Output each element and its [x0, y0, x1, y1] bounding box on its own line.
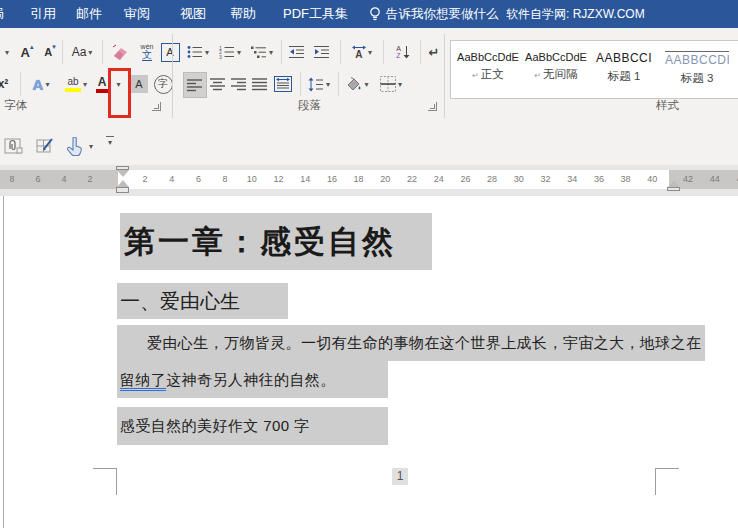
grow-font-button[interactable]: A▴	[16, 40, 38, 64]
increase-indent-button[interactable]	[311, 40, 333, 64]
paragraph-dialog-launcher[interactable]	[428, 102, 437, 111]
ruler-number: 4	[164, 174, 180, 184]
shading-button[interactable]	[342, 72, 372, 96]
justify-button[interactable]	[250, 72, 270, 96]
paint-bucket-icon	[345, 77, 362, 92]
clear-formatting-button[interactable]	[106, 40, 134, 64]
doc-heading1[interactable]: 第一章：感受自然	[120, 213, 432, 270]
style-no-spacing[interactable]: AaBbCcDdE ↵无间隔	[523, 41, 589, 98]
draw-table-tool-button[interactable]	[36, 136, 54, 156]
menu-tab-view[interactable]: 视图	[180, 0, 206, 28]
doc-heading2[interactable]: 一、爱由心生	[117, 283, 288, 319]
decrease-indent-button[interactable]	[286, 40, 308, 64]
return-mark-icon: ↵	[534, 71, 541, 80]
doc-paragraph2[interactable]: 感受自然的美好作文 700 字	[117, 407, 388, 445]
ruler-number: 6	[190, 174, 206, 184]
table-pencil-icon	[36, 137, 54, 155]
toolbar-overflow-button[interactable]	[106, 136, 114, 156]
menu-tab-pdf-tools[interactable]: PDF工具集	[283, 0, 348, 28]
ribbon: A▴ A▾ Aa wén 文 A x² A ab	[0, 28, 738, 123]
show-hide-marks-button[interactable]: ↵	[424, 40, 444, 64]
hand-pointer-icon	[66, 137, 83, 156]
eraser-icon	[110, 43, 130, 61]
text-effects-button[interactable]: A	[26, 72, 56, 96]
align-right-icon	[231, 77, 247, 91]
hanging-indent-marker[interactable]	[116, 180, 129, 193]
page-left-edge	[3, 196, 4, 528]
ruler-number: 34	[564, 174, 580, 184]
align-left-icon	[187, 78, 203, 92]
borders-grid-icon	[380, 76, 396, 92]
change-case-button[interactable]: Aa	[66, 40, 98, 64]
right-indent-marker[interactable]	[667, 180, 680, 191]
styles-group-label: 样式	[656, 98, 679, 113]
align-center-icon	[210, 77, 226, 91]
ruler-number: 24	[431, 174, 447, 184]
pilcrow-icon: ↵	[429, 45, 440, 60]
ruler-number: 12	[271, 174, 287, 184]
ruler-number: 44	[707, 174, 723, 184]
distribute-button[interactable]	[271, 72, 295, 96]
tell-me-box[interactable]: 告诉我你想要做什么	[386, 0, 499, 28]
hand-pointer-tool-button[interactable]	[66, 136, 93, 156]
character-shading-button[interactable]: A	[128, 72, 150, 96]
text-highlight-color-button[interactable]: ab	[60, 72, 92, 96]
ruler-number: 16	[324, 174, 340, 184]
ruler-number: 18	[351, 174, 367, 184]
first-line-indent-marker[interactable]	[116, 166, 129, 177]
font-color-button[interactable]: A	[93, 72, 111, 96]
align-center-button[interactable]	[208, 72, 228, 96]
document-page[interactable]: 第一章：感受自然 一、爱由心生 爱由心生，万物皆灵。一切有生命的事物在这个世界上…	[0, 196, 738, 528]
attachment-tool-button[interactable]	[4, 136, 23, 156]
doc-paragraph-line1[interactable]: 爱由心生，万物皆灵。一切有生命的事物在这个世界上成长，宇宙之大，地球之在，	[117, 325, 705, 361]
grammar-underline: 留纳了	[120, 371, 166, 391]
phonetic-guide-button[interactable]: wén 文	[136, 40, 158, 64]
ruler-number: 40	[644, 174, 660, 184]
superscript-button[interactable]: x²	[0, 72, 12, 96]
align-left-button[interactable]	[183, 72, 207, 98]
enclose-characters-button[interactable]: 字	[152, 72, 174, 96]
font-dialog-launcher[interactable]	[152, 102, 161, 111]
justify-icon	[252, 77, 268, 91]
ruler-number: 10	[244, 174, 260, 184]
ruler-number: 14	[297, 174, 313, 184]
styles-gallery: AaBbCcDdE ↵正文 AaBbCcDdE ↵无间隔 AABBCCI 标题 …	[450, 40, 738, 99]
menu-tab-help[interactable]: 帮助	[230, 0, 256, 28]
bullets-icon	[187, 45, 203, 59]
ruler-number: 2	[137, 174, 153, 184]
asian-layout-icon: A	[352, 45, 366, 60]
align-right-button[interactable]	[229, 72, 249, 96]
menu-tab-mailings[interactable]: 邮件	[76, 0, 102, 28]
page-number: 1	[392, 468, 408, 485]
font-group-label: 字体	[4, 98, 27, 113]
menu-tab-references[interactable]: 引用	[30, 0, 56, 28]
decrease-indent-icon	[289, 45, 305, 59]
style-heading-3[interactable]: AABBCCDI 标题 3	[659, 41, 735, 98]
ruler-number: 42	[680, 174, 696, 184]
bullets-button[interactable]	[184, 40, 212, 64]
shrink-font-button[interactable]: A▾	[40, 40, 60, 64]
ruler-number: 32	[538, 174, 554, 184]
lightbulb-icon	[368, 6, 382, 22]
borders-button[interactable]	[376, 72, 406, 96]
font-size-dropdown-caret[interactable]	[0, 40, 12, 64]
style-heading-1[interactable]: AABBCCI 标题 1	[591, 41, 657, 98]
ruler-number: 46	[733, 174, 738, 184]
site-watermark: 软件自学网: RJZXW.COM	[506, 0, 645, 28]
crop-mark-right	[655, 468, 679, 495]
menu-tab-review[interactable]: 审阅	[124, 0, 150, 28]
doc-paragraph-line2[interactable]: 留纳了这神奇另人神往的自然。	[117, 361, 388, 398]
numbering-button[interactable]: 123	[216, 40, 244, 64]
ruler-number: 22	[404, 174, 420, 184]
line-spacing-button[interactable]	[304, 72, 334, 96]
ruler-number: 2	[82, 174, 98, 184]
sort-button[interactable]: A Z	[390, 40, 416, 64]
menu-tab-layout[interactable]: 局	[0, 0, 4, 28]
asian-layout-button[interactable]: A	[346, 40, 378, 64]
style-normal[interactable]: AaBbCcDdE ↵正文	[455, 41, 521, 98]
paragraph-group-label: 段落	[298, 98, 321, 113]
character-border-button[interactable]: A	[160, 40, 180, 64]
ruler-number: 38	[618, 174, 634, 184]
font-color-dropdown-caret[interactable]	[111, 72, 124, 96]
multilevel-list-button[interactable]	[248, 40, 276, 64]
